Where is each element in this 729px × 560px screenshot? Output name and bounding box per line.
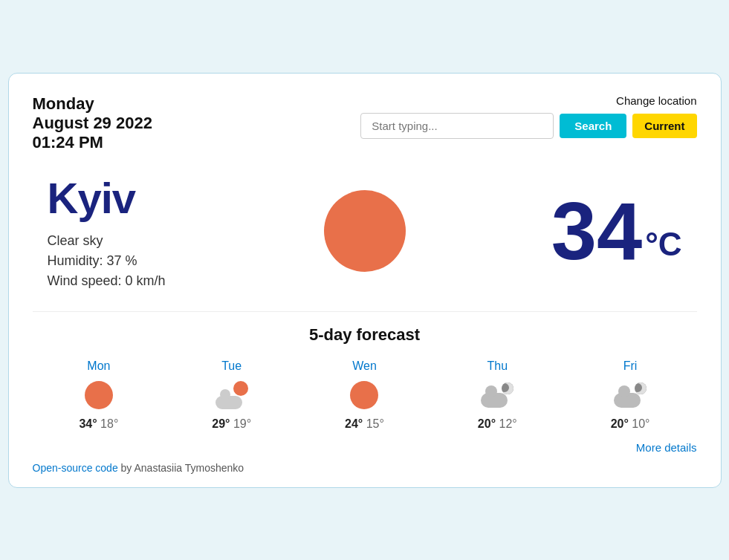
date: August 29 2022 — [33, 114, 152, 133]
high-thu: 20° — [478, 417, 496, 430]
forecast-days: Mon 34° 18° Tue 2 — [33, 359, 697, 431]
low-tue: 19° — [233, 417, 251, 430]
day-label-tue: Tue — [221, 359, 242, 373]
temperature-unit: °C — [645, 226, 681, 263]
pc-sun — [233, 381, 248, 396]
footer-suffix: by Anastasiia Tymoshenko — [118, 462, 244, 474]
sun-icon — [324, 190, 406, 272]
cloud-moon-icon-thu — [481, 382, 513, 408]
forecast-icon-mon — [82, 379, 115, 411]
day-name: Monday — [33, 94, 152, 114]
forecast-day-wen: Wen 24° 15° — [334, 359, 394, 431]
wind-value: 0 km/h — [126, 273, 166, 288]
high-fri: 20° — [611, 417, 629, 430]
humidity-value: 37 % — [107, 253, 137, 268]
weather-left: Kyiv Clear sky Humidity: 37 % Wind speed… — [48, 173, 259, 289]
location-controls: Change location Search Current — [360, 94, 696, 139]
low-mon: 18° — [100, 417, 118, 430]
forecast-icon-fri — [614, 379, 647, 411]
more-details-row: More details — [33, 441, 697, 455]
forecast-temps-tue: 29° 19° — [212, 417, 251, 431]
weather-humidity: Humidity: 37 % — [48, 253, 259, 269]
open-source-link[interactable]: Open-source code — [33, 462, 118, 474]
cloud-moon-icon-fri — [614, 382, 647, 408]
high-mon: 34° — [79, 417, 97, 430]
forecast-icon-wen — [348, 379, 380, 411]
header: Monday August 29 2022 01:24 PM Change lo… — [33, 94, 697, 152]
moon-thu — [502, 382, 513, 394]
humidity-label: Humidity: — [48, 253, 103, 268]
forecast-icon-thu — [481, 379, 513, 411]
search-button[interactable]: Search — [560, 114, 626, 138]
day-label-fri: Fri — [623, 359, 638, 373]
weather-description: Clear sky — [48, 233, 259, 249]
more-details-link[interactable]: More details — [636, 441, 697, 454]
day-label-mon: Mon — [87, 359, 110, 373]
moon-fri — [635, 382, 647, 394]
date-block: Monday August 29 2022 01:24 PM — [33, 94, 152, 152]
temperature-value: 34 — [551, 190, 642, 272]
forecast-icon-tue — [216, 379, 248, 411]
low-fri: 10° — [632, 417, 649, 430]
high-wen: 24° — [345, 417, 363, 430]
footer: Open-source code by Anastasiia Tymoshenk… — [33, 462, 697, 474]
forecast-temps-fri: 20° 10° — [611, 417, 650, 431]
forecast-temps-thu: 20° 12° — [478, 417, 517, 431]
pc-cloud — [216, 396, 242, 409]
high-tue: 29° — [212, 417, 230, 430]
city-name: Kyiv — [48, 173, 259, 223]
sun-icon-mon — [85, 381, 113, 409]
forecast-temps-mon: 34° 18° — [79, 417, 118, 431]
search-input[interactable] — [360, 113, 554, 139]
weather-main: Kyiv Clear sky Humidity: 37 % Wind speed… — [33, 166, 697, 311]
search-row: Search Current — [360, 113, 696, 139]
weather-card: Monday August 29 2022 01:24 PM Change lo… — [8, 73, 722, 488]
partly-cloudy-icon-tue — [216, 381, 248, 409]
forecast-section: 5-day forecast Mon 34° 18° Tue — [33, 311, 697, 455]
forecast-temps-wen: 24° 15° — [345, 417, 384, 431]
day-label-thu: Thu — [487, 359, 508, 373]
change-location-link[interactable]: Change location — [616, 94, 696, 107]
wind-label: Wind speed: — [48, 273, 122, 288]
forecast-title: 5-day forecast — [33, 325, 697, 345]
cloud-thu — [481, 393, 508, 408]
weather-icon-center — [259, 190, 470, 272]
sun-icon-wen — [350, 381, 378, 409]
weather-wind: Wind speed: 0 km/h — [48, 273, 259, 289]
low-wen: 15° — [366, 417, 384, 430]
forecast-day-thu: Thu 20° 12° — [467, 359, 527, 431]
low-thu: 12° — [499, 417, 517, 430]
forecast-day-tue: Tue 29° 19° — [202, 359, 262, 431]
day-label-wen: Wen — [352, 359, 377, 373]
weather-temp: 34 °C — [470, 190, 682, 272]
current-button[interactable]: Current — [632, 114, 696, 138]
time: 01:24 PM — [33, 133, 152, 152]
forecast-day-fri: Fri 20° 10° — [600, 359, 660, 431]
cloud-fri — [614, 393, 641, 408]
forecast-day-mon: Mon 34° 18° — [69, 359, 129, 431]
